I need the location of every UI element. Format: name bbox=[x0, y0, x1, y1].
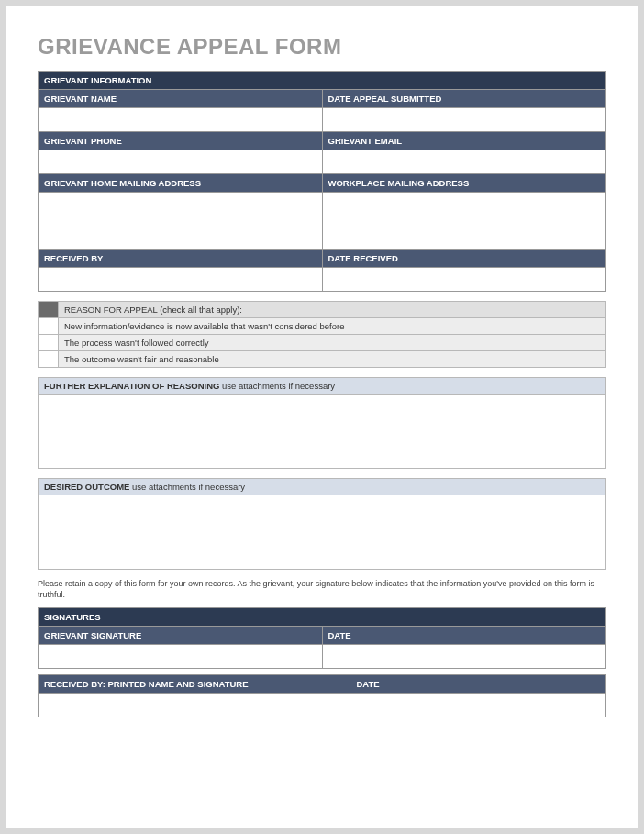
label-date-received: DATE RECEIVED bbox=[322, 250, 606, 268]
label-received-by-sig: RECEIVED BY: PRINTED NAME AND SIGNATURE bbox=[39, 675, 350, 694]
input-sig-date-1[interactable] bbox=[322, 645, 606, 669]
input-work-address[interactable] bbox=[322, 193, 606, 250]
outcome-header: DESIRED OUTCOME use attachments if neces… bbox=[39, 479, 605, 495]
reasons-table: REASON FOR APPEAL (check all that apply)… bbox=[38, 301, 606, 368]
reason-3: The outcome wasn't fair and reasonable bbox=[59, 351, 606, 368]
explanation-body[interactable] bbox=[39, 395, 605, 468]
reasons-header-check bbox=[39, 302, 59, 318]
input-date-received[interactable] bbox=[322, 268, 606, 292]
grievant-info-table: GRIEVANT INFORMATION GRIEVANT NAME DATE … bbox=[38, 71, 606, 292]
label-grievant-email: GRIEVANT EMAIL bbox=[322, 132, 606, 150]
label-grievant-phone: GRIEVANT PHONE bbox=[39, 132, 323, 150]
received-by-table: RECEIVED BY: PRINTED NAME AND SIGNATURE … bbox=[38, 674, 606, 717]
label-home-address: GRIEVANT HOME MAILING ADDRESS bbox=[39, 174, 323, 193]
page: GRIEVANCE APPEAL FORM GRIEVANT INFORMATI… bbox=[6, 6, 638, 828]
outcome-title: DESIRED OUTCOME bbox=[44, 482, 129, 492]
input-sig-date-2[interactable] bbox=[350, 694, 606, 717]
reasons-header: REASON FOR APPEAL (check all that apply)… bbox=[59, 302, 606, 318]
label-work-address: WORKPLACE MAILING ADDRESS bbox=[322, 174, 606, 193]
label-grievant-name: GRIEVANT NAME bbox=[39, 90, 323, 108]
signatures-table: SIGNATURES GRIEVANT SIGNATURE DATE bbox=[38, 607, 606, 669]
explanation-title: FURTHER EXPLANATION OF REASONING bbox=[44, 381, 219, 391]
input-date-submitted[interactable] bbox=[322, 108, 606, 132]
reason-check-3[interactable] bbox=[39, 351, 59, 368]
disclaimer-note: Please retain a copy of this form for yo… bbox=[38, 579, 606, 600]
input-received-by-sig[interactable] bbox=[39, 694, 350, 717]
explanation-header: FURTHER EXPLANATION OF REASONING use att… bbox=[39, 378, 605, 395]
section-header-grievant: GRIEVANT INFORMATION bbox=[39, 72, 606, 90]
label-date-submitted: DATE APPEAL SUBMITTED bbox=[322, 90, 606, 108]
label-sig-date-2: DATE bbox=[350, 675, 606, 694]
outcome-box: DESIRED OUTCOME use attachments if neces… bbox=[38, 478, 606, 570]
input-home-address[interactable] bbox=[39, 193, 323, 250]
label-sig-date-1: DATE bbox=[322, 627, 606, 645]
reason-2: The process wasn't followed correctly bbox=[59, 335, 606, 351]
input-received-by[interactable] bbox=[39, 268, 323, 292]
input-grievant-signature[interactable] bbox=[39, 645, 323, 669]
input-grievant-name[interactable] bbox=[39, 108, 323, 132]
outcome-hint: use attachments if necessary bbox=[132, 482, 245, 492]
reason-check-2[interactable] bbox=[39, 335, 59, 351]
explanation-hint: use attachments if necessary bbox=[222, 381, 335, 391]
form-title: GRIEVANCE APPEAL FORM bbox=[38, 34, 606, 60]
label-received-by: RECEIVED BY bbox=[39, 250, 323, 268]
reason-1: New information/evidence is now availabl… bbox=[59, 318, 606, 335]
label-grievant-signature: GRIEVANT SIGNATURE bbox=[39, 627, 323, 645]
input-grievant-email[interactable] bbox=[322, 150, 606, 174]
section-header-signatures: SIGNATURES bbox=[39, 608, 606, 627]
explanation-box: FURTHER EXPLANATION OF REASONING use att… bbox=[38, 377, 606, 469]
outcome-body[interactable] bbox=[39, 495, 605, 569]
input-grievant-phone[interactable] bbox=[39, 150, 323, 174]
reason-check-1[interactable] bbox=[39, 318, 59, 335]
